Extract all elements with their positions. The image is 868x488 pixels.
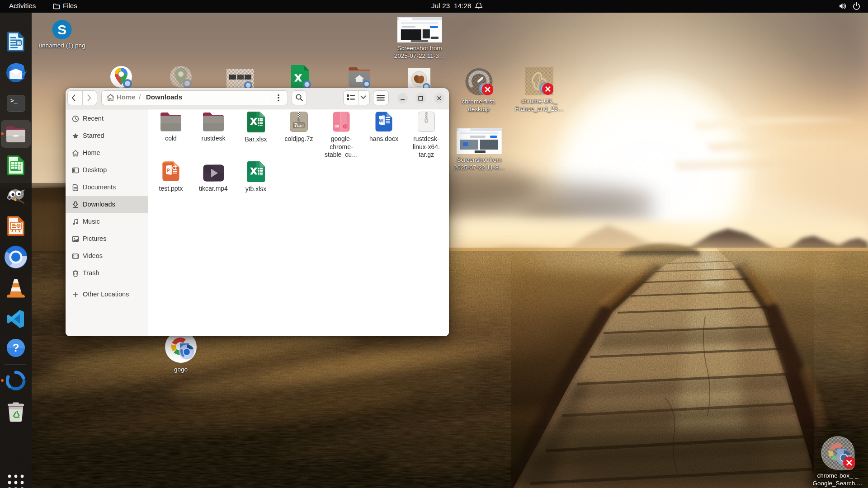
svg-text:?: ? bbox=[13, 342, 19, 354]
svg-text:S: S bbox=[57, 22, 66, 37]
svg-text:>_: >_ bbox=[10, 98, 18, 104]
svg-text:ZIP: ZIP bbox=[298, 124, 302, 127]
svg-text:7: 7 bbox=[294, 122, 297, 128]
svg-text:W: W bbox=[379, 118, 383, 123]
svg-text:P: P bbox=[167, 168, 170, 173]
